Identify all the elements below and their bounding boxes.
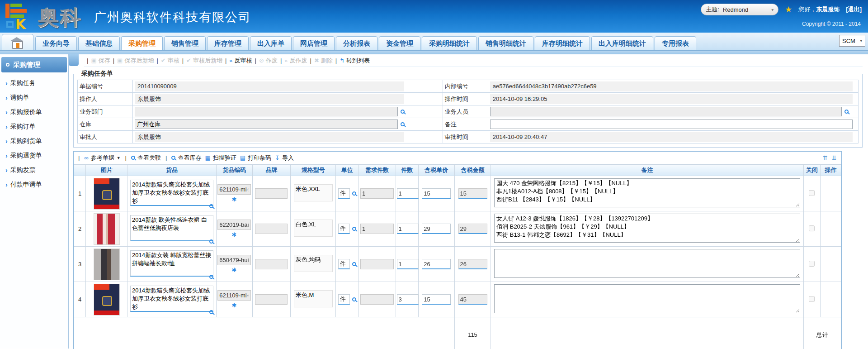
expand-all-icon[interactable]: ⇊ [831, 154, 837, 162]
unit-field[interactable] [338, 259, 350, 269]
unapprove-button[interactable]: « 反审核 [229, 57, 252, 65]
tab-business-wizard[interactable]: 业务向导 [35, 36, 77, 50]
close-checkbox[interactable] [809, 225, 815, 231]
tab-funds-mgmt[interactable]: 资金管理 [379, 36, 420, 50]
reference-doc-button[interactable]: ∞ 参考单据 ▼ [84, 154, 120, 162]
import-button[interactable]: ↧ 导入 [275, 154, 294, 162]
tab-shop-mgmt[interactable]: 网店管理 [293, 36, 335, 50]
close-checkbox[interactable] [809, 190, 815, 196]
product-code-field[interactable] [217, 220, 251, 230]
tab-inventory-detail-stats[interactable]: 库存明细统计 [535, 36, 590, 50]
favorite-star-icon[interactable]: ★ [785, 5, 792, 14]
tab-inventory-mgmt[interactable]: 库存管理 [207, 36, 249, 50]
product-name-field[interactable]: 2014新款猫头鹰宽松套头加绒加厚卫衣女秋冬绒衫女装打底衫 [130, 286, 213, 312]
search-icon[interactable] [352, 191, 356, 196]
search-icon[interactable] [209, 204, 213, 208]
sidebar-item-requisition[interactable]: › 请购单 [0, 91, 68, 105]
search-icon[interactable] [209, 239, 213, 244]
product-image[interactable] [94, 284, 120, 316]
tab-sales-mgmt[interactable]: 销售管理 [164, 36, 206, 50]
view-relations-button[interactable]: 查看关联 [131, 154, 161, 162]
unit-field[interactable] [338, 188, 350, 199]
tab-in-out-orders[interactable]: 出入库单 [250, 36, 292, 50]
line-remark-field[interactable]: 女人街 A12-3 媛悦服饰【1826】【￥28】【13922701209】 佰… [494, 214, 800, 243]
sidebar-item-purchase-order[interactable]: › 采购订单 [0, 120, 68, 134]
product-image[interactable] [94, 178, 120, 210]
qty-field[interactable] [397, 188, 419, 199]
gear-icon[interactable]: ✱ [217, 196, 251, 203]
save-and-new-button[interactable]: ▣ 保存后新增 [117, 57, 154, 65]
dept-field[interactable] [135, 107, 398, 116]
void-button[interactable]: ⊘ 作废 [259, 57, 278, 65]
line-remark-field[interactable]: 国大 470 金荣网络服饰【8215】【￥15】【NULL】 非凡1楼A012-… [494, 178, 800, 207]
product-name-field[interactable]: 2014新款 欧美性感连衣裙 白色蕾丝低胸夜店装 [130, 215, 213, 241]
tab-analysis-reports[interactable]: 分析报表 [336, 36, 377, 50]
price-field[interactable] [422, 188, 451, 199]
search-icon[interactable] [209, 310, 213, 314]
product-image[interactable] [94, 249, 120, 280]
product-code-field[interactable] [217, 184, 251, 195]
gear-icon[interactable]: ✱ [217, 302, 251, 309]
product-code-field[interactable] [217, 255, 251, 265]
gear-icon[interactable]: ✱ [217, 267, 251, 273]
tab-sales-detail-stats[interactable]: 销售明细统计 [478, 36, 533, 50]
search-icon[interactable] [401, 110, 405, 114]
sidebar-item-payment-request[interactable]: › 付款申请单 [0, 177, 68, 192]
qty-field[interactable] [397, 259, 419, 269]
spec-field[interactable]: 米色,XXL [294, 184, 333, 201]
search-icon[interactable] [352, 297, 356, 301]
delete-button[interactable]: ✖ 删除 [314, 57, 333, 65]
sidebar-item-purchase-return[interactable]: › 采购退货单 [0, 148, 68, 163]
search-icon[interactable] [401, 122, 405, 126]
warehouse-field[interactable] [135, 120, 398, 129]
sidebar-item-purchase-task[interactable]: › 采购任务 [0, 76, 68, 91]
close-checkbox[interactable] [809, 261, 815, 267]
spec-field[interactable]: 白色,XL [294, 220, 333, 237]
price-field[interactable] [422, 294, 451, 305]
sidebar-collapse-handle[interactable] [69, 54, 79, 66]
tab-in-out-detail-stats[interactable]: 出入库明细统计 [591, 36, 653, 50]
spec-field[interactable]: 灰色,均码 [294, 255, 333, 272]
product-name-field[interactable]: 2014新款女装 韩版宽松蕾丝接拼蝙蝠袖长款t恤 [130, 250, 213, 277]
unvoid-button[interactable]: « 反作废 [284, 57, 307, 65]
close-checkbox[interactable] [809, 296, 815, 302]
view-stock-button[interactable]: 查看库存 [171, 154, 201, 162]
scan-verify-button[interactable]: ▦ 扫描验证 [205, 154, 236, 162]
qty-field[interactable] [397, 224, 419, 234]
scm-select[interactable]: SCM ▾ [839, 35, 865, 47]
search-icon[interactable] [844, 110, 849, 114]
sidebar-item-purchase-quote[interactable]: › 采购报价单 [0, 105, 68, 120]
print-barcode-button[interactable]: ▤ 打印条码 [240, 154, 271, 162]
product-image[interactable] [94, 213, 120, 245]
price-field[interactable] [422, 259, 451, 269]
theme-select[interactable]: 主题: Redmond ▾ [701, 4, 778, 15]
save-button[interactable]: ▣ 保存 [91, 57, 110, 65]
search-icon[interactable] [352, 262, 356, 266]
tab-purchase-mgmt[interactable]: 采购管理 [121, 36, 163, 50]
product-code-field[interactable] [217, 290, 251, 301]
search-icon[interactable] [352, 227, 356, 231]
qty-field[interactable] [397, 294, 419, 305]
line-remark-field[interactable] [494, 284, 800, 313]
sidebar-item-purchase-arrival[interactable]: › 采购到货单 [0, 134, 68, 148]
product-name-field[interactable]: 2014新款猫头鹰宽松套头加绒加厚卫衣女秋冬绒衫女装打底衫 [130, 180, 213, 206]
gear-icon[interactable]: ✱ [217, 231, 251, 238]
approve-button[interactable]: ✔ 审核 [161, 57, 179, 65]
unit-field[interactable] [338, 224, 350, 234]
search-icon[interactable] [209, 275, 213, 279]
unit-field[interactable] [338, 294, 350, 305]
form-remark-field[interactable] [490, 120, 853, 129]
price-field[interactable] [422, 224, 451, 234]
staff-field[interactable] [490, 107, 842, 116]
line-remark-field[interactable] [494, 249, 800, 278]
collapse-all-icon[interactable]: ⇈ [823, 154, 828, 162]
spec-field[interactable]: 米色,M [294, 290, 333, 307]
sidebar-item-purchase-invoice[interactable]: › 采购发票 [0, 163, 68, 177]
logout-link[interactable]: [退出] [846, 5, 862, 14]
approve-and-new-button[interactable]: ✔ 审核后新增 [186, 57, 222, 65]
tab-purchase-detail-stats[interactable]: 采购明细统计 [422, 36, 477, 50]
tab-special-reports[interactable]: 专用报表 [655, 36, 696, 50]
username-link[interactable]: 东晨服饰 [816, 6, 840, 13]
goto-list-button[interactable]: ↰ 转到列表 [340, 57, 370, 65]
tab-home[interactable] [2, 34, 33, 50]
